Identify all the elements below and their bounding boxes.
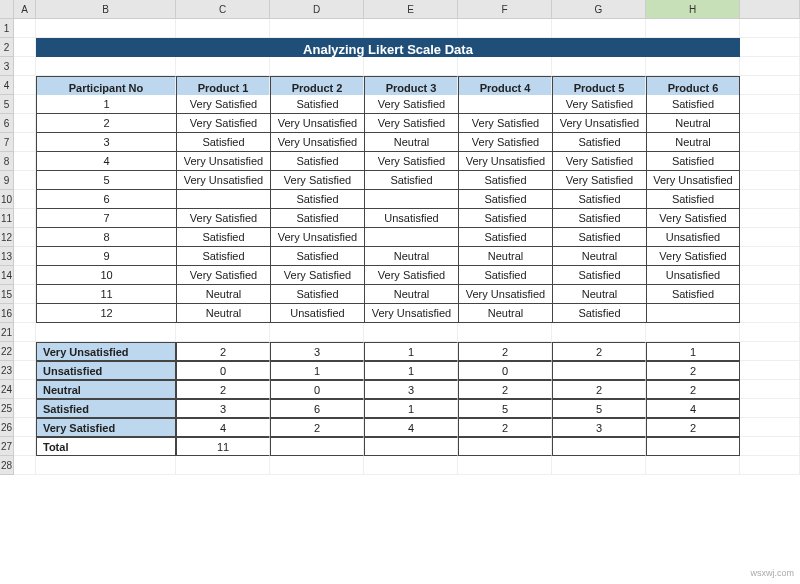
data-cell[interactable]: Satisfied — [364, 171, 458, 190]
data-cell[interactable]: Very Unsatisfied — [458, 285, 552, 304]
summary-cell[interactable]: 2 — [270, 418, 364, 437]
row-header-27[interactable]: 27 — [0, 437, 14, 456]
row-header-1[interactable]: 1 — [0, 19, 14, 38]
col-header-h[interactable]: H — [646, 0, 740, 19]
data-cell[interactable]: Unsatisfied — [364, 209, 458, 228]
summary-cell[interactable]: 2 — [646, 418, 740, 437]
row-header-11[interactable]: 11 — [0, 209, 14, 228]
data-cell[interactable] — [458, 95, 552, 114]
col-header-extra[interactable] — [740, 0, 800, 19]
data-cell[interactable]: Very Unsatisfied — [364, 304, 458, 323]
summary-cell[interactable]: 0 — [176, 361, 270, 380]
data-cell[interactable]: Neutral — [364, 247, 458, 266]
participant-no[interactable]: 9 — [36, 247, 176, 266]
summary-cell[interactable]: 2 — [646, 380, 740, 399]
row-header-23[interactable]: 23 — [0, 361, 14, 380]
participant-no[interactable]: 3 — [36, 133, 176, 152]
data-cell[interactable]: Satisfied — [270, 95, 364, 114]
data-cell[interactable] — [176, 190, 270, 209]
row-header-9[interactable]: 9 — [0, 171, 14, 190]
participant-no[interactable]: 5 — [36, 171, 176, 190]
summary-cell[interactable]: 4 — [176, 418, 270, 437]
summary-cell[interactable]: 3 — [270, 342, 364, 361]
data-cell[interactable]: Very Satisfied — [270, 171, 364, 190]
data-cell[interactable]: Satisfied — [458, 171, 552, 190]
data-cell[interactable]: Satisfied — [270, 190, 364, 209]
col-header-f[interactable]: F — [458, 0, 552, 19]
row-header-22[interactable]: 22 — [0, 342, 14, 361]
data-cell[interactable]: Satisfied — [646, 152, 740, 171]
data-cell[interactable]: Neutral — [458, 304, 552, 323]
data-cell[interactable]: Neutral — [552, 247, 646, 266]
data-cell[interactable]: Satisfied — [270, 209, 364, 228]
row-header-15[interactable]: 15 — [0, 285, 14, 304]
data-cell[interactable]: Very Unsatisfied — [270, 133, 364, 152]
row-header-10[interactable]: 10 — [0, 190, 14, 209]
data-cell[interactable]: Unsatisfied — [270, 304, 364, 323]
summary-cell[interactable]: 1 — [270, 361, 364, 380]
total-cell[interactable] — [552, 437, 646, 456]
summary-cell[interactable]: 2 — [176, 380, 270, 399]
col-header-b[interactable]: B — [36, 0, 176, 19]
data-cell[interactable]: Neutral — [176, 304, 270, 323]
summary-cell[interactable]: 4 — [364, 418, 458, 437]
participant-no[interactable]: 8 — [36, 228, 176, 247]
summary-cell[interactable]: 2 — [646, 361, 740, 380]
summary-cell[interactable]: 1 — [364, 342, 458, 361]
data-cell[interactable]: Neutral — [364, 285, 458, 304]
summary-cell[interactable]: 1 — [646, 342, 740, 361]
total-cell[interactable] — [270, 437, 364, 456]
summary-cell[interactable]: 0 — [270, 380, 364, 399]
col-header-c[interactable]: C — [176, 0, 270, 19]
data-cell[interactable]: Neutral — [458, 247, 552, 266]
row-header-28[interactable]: 28 — [0, 456, 14, 475]
summary-cell[interactable]: 2 — [458, 342, 552, 361]
participant-no[interactable]: 2 — [36, 114, 176, 133]
total-cell[interactable] — [458, 437, 552, 456]
summary-cell[interactable]: 2 — [458, 380, 552, 399]
data-cell[interactable]: Unsatisfied — [646, 266, 740, 285]
data-cell[interactable]: Very Satisfied — [646, 209, 740, 228]
summary-cell[interactable]: 1 — [364, 361, 458, 380]
data-cell[interactable]: Neutral — [176, 285, 270, 304]
total-cell[interactable] — [646, 437, 740, 456]
participant-no[interactable]: 4 — [36, 152, 176, 171]
data-cell[interactable]: Satisfied — [646, 95, 740, 114]
data-cell[interactable] — [364, 190, 458, 209]
summary-cell[interactable]: 5 — [458, 399, 552, 418]
data-cell[interactable]: Very Satisfied — [646, 247, 740, 266]
data-cell[interactable]: Satisfied — [552, 266, 646, 285]
col-header-e[interactable]: E — [364, 0, 458, 19]
data-cell[interactable]: Very Unsatisfied — [270, 228, 364, 247]
data-cell[interactable]: Satisfied — [176, 133, 270, 152]
row-header-5[interactable]: 5 — [0, 95, 14, 114]
row-header-4[interactable]: 4 — [0, 76, 14, 95]
participant-no[interactable]: 1 — [36, 95, 176, 114]
row-header-3[interactable]: 3 — [0, 57, 14, 76]
summary-cell[interactable]: 0 — [458, 361, 552, 380]
data-cell[interactable]: Neutral — [646, 133, 740, 152]
summary-cell[interactable]: 3 — [552, 418, 646, 437]
data-cell[interactable]: Satisfied — [552, 190, 646, 209]
data-cell[interactable]: Satisfied — [646, 285, 740, 304]
data-cell[interactable]: Very Satisfied — [270, 266, 364, 285]
summary-cell[interactable]: 2 — [458, 418, 552, 437]
data-cell[interactable]: Very Unsatisfied — [270, 114, 364, 133]
data-cell[interactable]: Satisfied — [270, 247, 364, 266]
row-header-16[interactable]: 16 — [0, 304, 14, 323]
data-cell[interactable]: Very Satisfied — [458, 114, 552, 133]
data-cell[interactable]: Satisfied — [552, 209, 646, 228]
data-cell[interactable]: Very Satisfied — [364, 114, 458, 133]
row-header-24[interactable]: 24 — [0, 380, 14, 399]
data-cell[interactable]: Very Satisfied — [552, 152, 646, 171]
data-cell[interactable]: Very Satisfied — [176, 209, 270, 228]
data-cell[interactable]: Satisfied — [458, 209, 552, 228]
total-cell[interactable]: 11 — [176, 437, 270, 456]
summary-cell[interactable]: 1 — [364, 399, 458, 418]
row-header-6[interactable]: 6 — [0, 114, 14, 133]
summary-cell[interactable]: 5 — [552, 399, 646, 418]
data-cell[interactable]: Very Satisfied — [364, 95, 458, 114]
data-cell[interactable]: Very Unsatisfied — [458, 152, 552, 171]
participant-no[interactable]: 12 — [36, 304, 176, 323]
data-cell[interactable] — [646, 304, 740, 323]
